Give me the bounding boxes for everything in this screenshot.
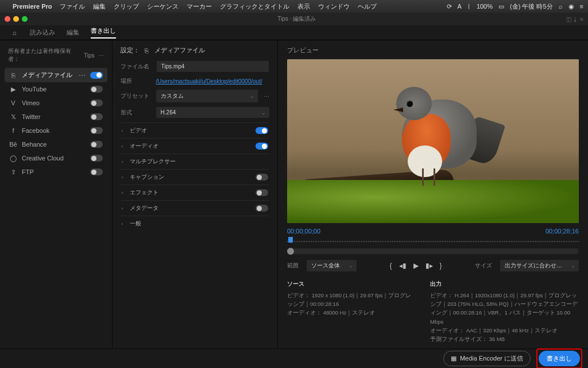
scrub-bar[interactable] (287, 248, 579, 254)
home-icon[interactable]: ⌂ (10, 29, 18, 37)
section-一般[interactable]: ›一般 (121, 216, 269, 231)
preset-select[interactable]: カスタム⌵ (156, 90, 258, 102)
tab-import[interactable]: 読み込み (30, 28, 55, 37)
step-fwd-icon[interactable]: ▮▸ (425, 262, 433, 270)
dest-toggle[interactable] (90, 141, 103, 148)
menu-clip[interactable]: クリップ (114, 2, 139, 11)
tab-export[interactable]: 書き出し (91, 26, 116, 39)
dest-label: YouTube (22, 86, 86, 93)
dest-facebook[interactable]: fFacebook (5, 124, 107, 137)
workspace-icon[interactable]: ◫ ⭳ ≡ (566, 16, 583, 22)
section-ビデオ[interactable]: ›ビデオ (121, 122, 269, 138)
export-button[interactable]: 書き出し (539, 351, 580, 366)
input-icon[interactable]: A (458, 3, 462, 10)
timecode-out[interactable]: 00;00;28;16 (546, 228, 579, 235)
location-link[interactable]: /Users/mactsuaki/u/Desktop/edit0000/out/ (156, 78, 262, 85)
section-toggle[interactable] (256, 189, 268, 196)
sync-icon[interactable]: ⟳ (447, 3, 452, 10)
clock[interactable]: (金) 午後 時5分 (510, 2, 553, 11)
dest-toggle[interactable] (90, 72, 103, 79)
section-toggle[interactable] (256, 174, 268, 181)
dest-label: Creative Cloud (22, 155, 86, 162)
preview-video[interactable] (287, 59, 579, 223)
menu-file[interactable]: ファイル (60, 2, 85, 11)
src-audio-value: 48000 Hz｜ステレオ (323, 309, 376, 316)
dest-youtube[interactable]: ▶YouTube (5, 82, 107, 96)
step-back-icon[interactable]: ◂▮ (399, 262, 407, 270)
out-audio-label: オーディオ： (430, 327, 465, 334)
dest-toggle[interactable] (90, 113, 103, 120)
out-video-label: ビデオ： (430, 292, 453, 298)
chevron-right-icon: › (122, 144, 130, 149)
dest-toggle[interactable] (90, 86, 103, 93)
dest-cc[interactable]: ◯Creative Cloud (5, 151, 107, 165)
menu-help[interactable]: ヘルプ (358, 2, 377, 11)
section-メタデータ[interactable]: ›メタデータ (121, 200, 269, 216)
play-icon[interactable]: ▶ (413, 262, 419, 270)
facebook-icon: f (9, 126, 17, 135)
dest-vimeo[interactable]: VVimeo (5, 96, 107, 110)
section-エフェクト[interactable]: ›エフェクト (121, 185, 269, 200)
menu-window[interactable]: ウィンドウ (318, 2, 350, 11)
size-label: サイズ (475, 262, 492, 270)
time-ruler[interactable] (287, 237, 579, 246)
scrub-knob[interactable] (287, 248, 294, 255)
menu-edit[interactable]: 編集 (93, 2, 106, 11)
menu-graphics[interactable]: グラフィックとタイトル (220, 2, 289, 11)
sidebar-more-icon[interactable]: ⋯ (98, 52, 104, 59)
mark-in-icon[interactable]: { (389, 262, 392, 270)
section-キャプション[interactable]: ›キャプション (121, 169, 269, 185)
range-select[interactable]: ソース全体⌵ (307, 260, 357, 271)
app-name[interactable]: Premiere Pro (13, 3, 52, 10)
dest-export[interactable]: ⎘メディアファイル⋯ (5, 68, 107, 82)
dest-twitter[interactable]: 𝕏Twitter (5, 110, 107, 124)
settings-label: 設定： (121, 46, 140, 55)
preview-title: プレビュー (287, 46, 579, 55)
send-to-ame-button[interactable]: ▦Media Encoder に送信 (443, 351, 531, 366)
preset-more-icon[interactable]: ⋯ (264, 93, 269, 99)
dest-more-icon[interactable]: ⋯ (79, 71, 86, 79)
section-toggle[interactable] (256, 143, 268, 150)
menu-view[interactable]: 表示 (297, 2, 310, 11)
src-audio-label: オーディオ： (287, 309, 322, 316)
dest-toggle[interactable] (90, 168, 103, 175)
sidebar-header: 所有者または著作権保有者： (8, 47, 80, 63)
playhead[interactable] (288, 237, 293, 243)
control-center-icon[interactable]: ◉ (568, 3, 574, 10)
menu-sequence[interactable]: シーケンス (147, 2, 179, 11)
size-select[interactable]: 出力サイズに合わせ…⌵ (500, 260, 579, 271)
dest-toggle[interactable] (90, 155, 103, 162)
search-icon[interactable]: ⌕ (559, 3, 563, 10)
chevron-right-icon: › (122, 206, 130, 211)
format-label: 形式 (121, 109, 150, 117)
dest-label: Vimeo (22, 99, 86, 106)
chevron-right-icon: › (122, 175, 130, 180)
tab-edit[interactable]: 編集 (67, 28, 79, 37)
section-label: マルチプレクサー (130, 158, 268, 166)
dest-ftp[interactable]: ⇪FTP (5, 165, 107, 179)
preset-label: プリセット (121, 92, 150, 100)
window-title: Tips · 編集済み (28, 15, 566, 23)
traffic-lights[interactable] (5, 16, 28, 22)
dest-toggle[interactable] (90, 99, 103, 106)
battery-icon[interactable]: ▭ (498, 3, 504, 10)
export-settings-panel: 設定： ⎘ メディアファイル ファイル名 Tips.mp4 場所 /Users/… (112, 40, 278, 348)
timecode-in[interactable]: 00;00;00;00 (287, 228, 320, 235)
siri-icon[interactable]: ≡ (580, 3, 583, 10)
section-オーディオ[interactable]: ›オーディオ (121, 138, 269, 154)
section-toggle[interactable] (256, 205, 268, 212)
ame-icon: ▦ (451, 355, 457, 362)
filename-input[interactable]: Tips.mp4 (156, 60, 269, 72)
chevron-right-icon: › (122, 128, 130, 133)
destinations-sidebar: 所有者または著作権保有者： Tips ⋯ ⎘メディアファイル⋯▶YouTubeV… (0, 40, 112, 348)
dest-behance[interactable]: BēBehance (5, 137, 107, 151)
section-toggle[interactable] (256, 127, 268, 134)
dest-toggle[interactable] (90, 127, 103, 134)
section-マルチプレクサー[interactable]: ›マルチプレクサー (121, 154, 269, 169)
footer-bar: ▦Media Encoder に送信 書き出し (0, 348, 588, 368)
wifi-icon[interactable]: ⧙ (467, 3, 471, 10)
menu-marker[interactable]: マーカー (187, 2, 212, 11)
format-select[interactable]: H.264⌵ (156, 107, 269, 118)
macos-menubar: Premiere Pro ファイル 編集 クリップ シーケンス マーカー グラフ… (0, 0, 588, 13)
mark-out-icon[interactable]: } (440, 262, 442, 270)
